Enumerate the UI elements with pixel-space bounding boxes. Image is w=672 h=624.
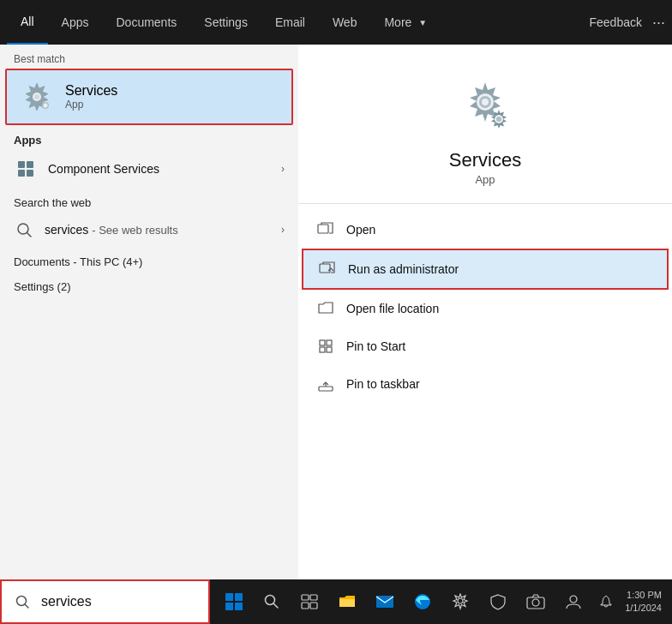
- search-bar[interactable]: services: [0, 579, 210, 624]
- svg-rect-35: [310, 603, 317, 609]
- nav-tabs: All Apps Documents Settings Email Web Mo…: [7, 0, 590, 45]
- tab-more[interactable]: More ▼: [370, 0, 441, 45]
- taskbar-search-button[interactable]: [255, 585, 289, 619]
- taskbar: services: [0, 579, 672, 624]
- tab-all-label: All: [21, 15, 34, 28]
- best-match-sub: App: [65, 99, 117, 111]
- open-action[interactable]: Open: [298, 211, 672, 249]
- pin-to-taskbar-icon: [315, 374, 336, 394]
- left-panel: Best match Services App Apps: [0, 45, 298, 579]
- browser-button[interactable]: [405, 585, 440, 619]
- svg-rect-33: [310, 595, 317, 600]
- tab-documents[interactable]: Documents: [102, 0, 190, 45]
- pin-to-taskbar-label: Pin to taskbar: [346, 377, 420, 391]
- best-match-item[interactable]: Services App: [5, 69, 293, 125]
- app-preview: Services App: [298, 45, 672, 204]
- tab-email[interactable]: Email: [261, 0, 319, 45]
- svg-rect-5: [18, 161, 25, 168]
- svg-rect-22: [319, 387, 333, 391]
- svg-rect-28: [225, 603, 233, 610]
- documents-section-label: Documents - This PC (4+): [0, 247, 298, 272]
- svg-point-4: [44, 104, 48, 108]
- right-panel: Services App Open: [298, 45, 672, 579]
- chevron-right-web-icon: ›: [281, 224, 285, 236]
- file-explorer-button[interactable]: [330, 585, 364, 619]
- services-icon: [19, 79, 55, 115]
- svg-rect-6: [27, 161, 33, 168]
- see-web-results-text: - See web results: [92, 224, 177, 237]
- tab-apps-label: Apps: [62, 15, 89, 29]
- start-button[interactable]: [217, 585, 251, 619]
- component-services-icon: [14, 157, 38, 181]
- chevron-right-icon: ›: [281, 163, 285, 175]
- app-preview-sub: App: [475, 173, 495, 186]
- settings-section-label: Settings (2): [0, 272, 298, 297]
- svg-rect-16: [318, 225, 328, 233]
- svg-point-2: [34, 94, 39, 99]
- svg-rect-8: [27, 170, 33, 177]
- svg-rect-32: [302, 595, 309, 600]
- tab-all[interactable]: All: [7, 0, 48, 45]
- app-preview-name: Services: [449, 149, 521, 171]
- svg-rect-26: [225, 593, 233, 601]
- tab-web-label: Web: [333, 15, 357, 29]
- pin-to-taskbar-action[interactable]: Pin to taskbar: [298, 365, 672, 403]
- open-file-location-action[interactable]: Open file location: [298, 290, 672, 327]
- security-button[interactable]: [481, 585, 515, 619]
- open-file-location-label: Open file location: [346, 302, 439, 315]
- tab-settings-label: Settings: [204, 15, 248, 29]
- taskbar-right: 1:30 PM 1/1/2024: [591, 586, 672, 617]
- best-match-label: Best match: [0, 45, 298, 69]
- pin-to-start-label: Pin to Start: [346, 339, 405, 353]
- settings-taskbar-button[interactable]: [443, 585, 477, 619]
- svg-rect-27: [235, 593, 243, 601]
- search-query-text: services: [45, 223, 88, 237]
- search-web-label: Search the web: [0, 188, 298, 213]
- pin-to-start-action[interactable]: Pin to Start: [298, 327, 672, 365]
- camera-button[interactable]: [519, 585, 553, 619]
- svg-rect-20: [320, 347, 325, 352]
- search-web-icon: [14, 219, 34, 240]
- main-layout: Best match Services App Apps: [0, 45, 672, 579]
- people-button[interactable]: [556, 585, 591, 619]
- tab-more-label: More: [384, 15, 411, 29]
- search-input[interactable]: services: [41, 594, 198, 609]
- svg-rect-29: [235, 603, 243, 610]
- run-as-admin-action[interactable]: Run as administrator: [302, 249, 669, 290]
- run-as-admin-icon: [317, 259, 338, 279]
- svg-point-13: [482, 99, 489, 105]
- svg-point-30: [266, 596, 275, 605]
- pin-to-start-icon: [315, 336, 336, 357]
- more-options-button[interactable]: ···: [652, 14, 665, 32]
- feedback-button[interactable]: Feedback: [590, 15, 642, 29]
- svg-rect-17: [320, 264, 330, 273]
- svg-line-31: [274, 604, 279, 609]
- mail-button[interactable]: [368, 585, 402, 619]
- clock-display: 1:30 PM 1/1/2024: [625, 589, 665, 615]
- svg-rect-7: [18, 170, 25, 177]
- svg-rect-19: [327, 340, 332, 345]
- run-as-admin-label: Run as administrator: [348, 262, 459, 276]
- nav-right: Feedback ···: [590, 14, 666, 32]
- tab-documents-label: Documents: [116, 15, 177, 29]
- notification-icon[interactable]: [591, 586, 621, 617]
- action-list: Open Run as administrator: [298, 204, 672, 410]
- svg-rect-21: [327, 347, 332, 352]
- svg-point-41: [570, 596, 577, 603]
- tab-settings[interactable]: Settings: [190, 0, 261, 45]
- task-view-button[interactable]: [292, 585, 327, 619]
- svg-point-40: [532, 599, 539, 606]
- taskbar-icons: [210, 585, 591, 619]
- component-services-label: Component Services: [48, 162, 281, 176]
- search-web-query: services - See web results: [45, 223, 278, 237]
- apps-section-label: Apps: [0, 125, 298, 150]
- open-icon: [315, 219, 336, 240]
- svg-rect-34: [302, 603, 309, 609]
- best-match-text: Services App: [65, 83, 117, 111]
- component-services-item[interactable]: Component Services ›: [0, 150, 298, 188]
- tab-web[interactable]: Web: [319, 0, 371, 45]
- search-web-item[interactable]: services - See web results ›: [0, 213, 298, 247]
- tab-apps[interactable]: Apps: [48, 0, 103, 45]
- svg-line-25: [25, 604, 28, 608]
- svg-rect-36: [376, 596, 393, 608]
